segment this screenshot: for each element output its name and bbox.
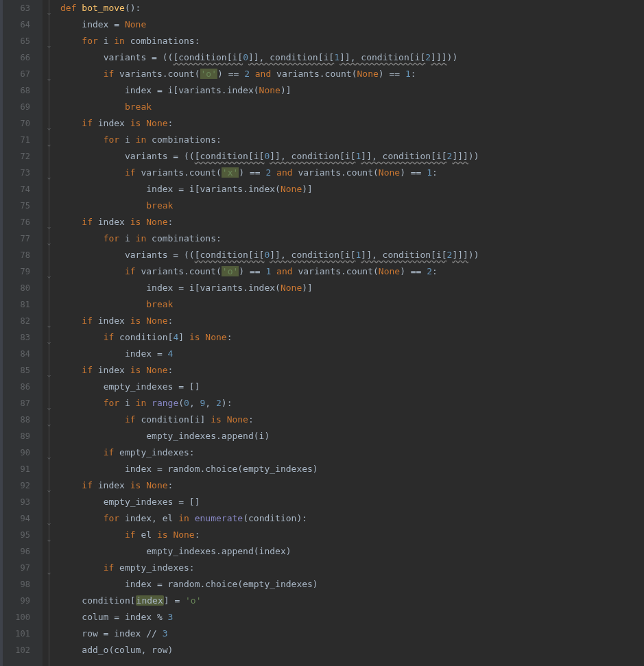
fold-toggle-icon[interactable]: ⌄ — [45, 449, 53, 457]
fold-toggle-icon[interactable]: ⌄ — [45, 169, 53, 178]
code-line[interactable]: if index is None: — [60, 477, 644, 494]
fold-toggle-icon[interactable]: ⌄ — [45, 218, 53, 227]
code-line[interactable]: if variants.count('x') == 2 and variants… — [60, 165, 644, 181]
line-number[interactable]: 101 — [0, 626, 43, 642]
code-line[interactable]: if index is None: — [60, 115, 644, 132]
code-line[interactable]: add_o(colum, row) — [60, 642, 644, 658]
fold-toggle-icon[interactable]: ⌄ — [45, 267, 53, 276]
line-number[interactable]: 96 — [0, 543, 43, 560]
fold-toggle-icon[interactable]: ⌄ — [45, 136, 53, 145]
code-line[interactable]: index = i[variants.index(None)] — [60, 280, 644, 296]
line-number[interactable]: 84 — [0, 346, 43, 362]
fold-toggle-icon[interactable]: ⌄ — [45, 37, 53, 46]
line-number[interactable]: 75 — [0, 198, 43, 214]
fold-toggle-icon[interactable]: ⌄ — [45, 564, 53, 573]
fold-column[interactable]: ⌄⌄⌄⌄⌄⌄⌄⌄⌄⌄⌄⌄⌄⌄⌄⌄⌄⌄⌄ — [43, 0, 58, 666]
line-number[interactable]: 63 — [0, 0, 43, 16]
code-line[interactable]: if index is None: — [60, 313, 644, 329]
line-number[interactable]: 64 — [0, 16, 43, 33]
fold-toggle-icon[interactable]: ⌄ — [45, 366, 53, 375]
fold-toggle-icon[interactable]: ⌄ — [45, 333, 53, 342]
code-area[interactable]: def bot_move(): index = None for i in co… — [58, 0, 644, 666]
line-number-gutter[interactable]: 6364656667686970717273747576777879808182… — [0, 0, 43, 666]
fold-toggle-icon[interactable]: ⌄ — [45, 70, 53, 79]
line-number[interactable]: 81 — [0, 296, 43, 313]
line-number[interactable]: 94 — [0, 510, 43, 527]
line-number[interactable]: 95 — [0, 527, 43, 543]
code-line[interactable]: variants = (([condition[i[0]], condition… — [60, 148, 644, 165]
line-number[interactable]: 74 — [0, 181, 43, 198]
line-number[interactable]: 86 — [0, 379, 43, 395]
code-line[interactable]: row = index // 3 — [60, 626, 644, 642]
code-line[interactable]: if variants.count('o') == 2 and variants… — [60, 66, 644, 82]
line-number[interactable]: 100 — [0, 609, 43, 626]
line-number[interactable]: 76 — [0, 214, 43, 230]
fold-toggle-icon[interactable]: ⌄ — [45, 416, 53, 425]
code-line[interactable]: index = i[variants.index(None)] — [60, 82, 644, 99]
code-line[interactable]: index = None — [60, 16, 644, 33]
code-line[interactable]: if el is None: — [60, 527, 644, 543]
code-line[interactable]: def bot_move(): — [60, 0, 644, 16]
line-number[interactable]: 67 — [0, 66, 43, 82]
line-number[interactable]: 65 — [0, 33, 43, 49]
fold-toggle-icon[interactable]: ⌄ — [45, 514, 53, 523]
code-line[interactable]: index = 4 — [60, 346, 644, 362]
code-line[interactable]: if variants.count('o') == 1 and variants… — [60, 263, 644, 280]
code-line[interactable]: if empty_indexes: — [60, 444, 644, 461]
code-line[interactable]: empty_indexes = [] — [60, 379, 644, 395]
line-number[interactable]: 78 — [0, 247, 43, 263]
code-line[interactable]: for i in combinations: — [60, 33, 644, 49]
fold-toggle-icon[interactable]: ⌄ — [45, 481, 53, 490]
code-line[interactable]: index = random.choice(empty_indexes) — [60, 461, 644, 477]
code-line[interactable]: for i in combinations: — [60, 230, 644, 247]
line-number[interactable]: 79 — [0, 263, 43, 280]
code-line[interactable]: for i in combinations: — [60, 132, 644, 148]
line-number[interactable]: 77 — [0, 230, 43, 247]
line-number[interactable]: 97 — [0, 560, 43, 576]
line-number[interactable]: 69 — [0, 99, 43, 115]
fold-toggle-icon[interactable]: ⌄ — [45, 317, 53, 326]
line-number[interactable]: 82 — [0, 313, 43, 329]
line-number[interactable]: 66 — [0, 49, 43, 66]
code-line[interactable]: variants = (([condition[i[0]], condition… — [60, 49, 644, 66]
line-number[interactable]: 91 — [0, 461, 43, 477]
code-line[interactable]: break — [60, 99, 644, 115]
code-line[interactable]: break — [60, 296, 644, 313]
line-number[interactable]: 90 — [0, 444, 43, 461]
line-number[interactable]: 83 — [0, 329, 43, 346]
line-number[interactable]: 71 — [0, 132, 43, 148]
line-number[interactable]: 85 — [0, 362, 43, 379]
line-number[interactable]: 73 — [0, 165, 43, 181]
line-number[interactable]: 93 — [0, 494, 43, 510]
code-line[interactable]: break — [60, 198, 644, 214]
code-line[interactable]: for i in range(0, 9, 2): — [60, 395, 644, 412]
line-number[interactable]: 89 — [0, 428, 43, 444]
line-number[interactable]: 99 — [0, 593, 43, 609]
line-number[interactable]: 102 — [0, 642, 43, 658]
line-number[interactable]: 87 — [0, 395, 43, 412]
code-line[interactable]: if index is None: — [60, 214, 644, 230]
code-line[interactable]: index = i[variants.index(None)] — [60, 181, 644, 198]
fold-toggle-icon[interactable]: ⌄ — [45, 4, 53, 13]
code-line[interactable]: for index, el in enumerate(condition): — [60, 510, 644, 527]
code-line[interactable]: colum = index % 3 — [60, 609, 644, 626]
line-number[interactable]: 98 — [0, 576, 43, 593]
code-line[interactable]: index = random.choice(empty_indexes) — [60, 576, 644, 593]
code-line[interactable]: empty_indexes.append(index) — [60, 543, 644, 560]
code-line[interactable]: if empty_indexes: — [60, 560, 644, 576]
line-number[interactable]: 80 — [0, 280, 43, 296]
code-line[interactable]: empty_indexes.append(i) — [60, 428, 644, 444]
line-number[interactable]: 70 — [0, 115, 43, 132]
code-line[interactable]: condition[index] = 'o' — [60, 593, 644, 609]
line-number[interactable]: 88 — [0, 412, 43, 428]
fold-toggle-icon[interactable]: ⌄ — [45, 235, 53, 243]
code-line[interactable]: if condition[i] is None: — [60, 412, 644, 428]
line-number[interactable]: 68 — [0, 82, 43, 99]
fold-toggle-icon[interactable]: ⌄ — [45, 399, 53, 408]
code-line[interactable]: if index is None: — [60, 362, 644, 379]
code-line[interactable]: if condition[4] is None: — [60, 329, 644, 346]
code-editor[interactable]: 6364656667686970717273747576777879808182… — [0, 0, 644, 666]
line-number[interactable]: 92 — [0, 477, 43, 494]
fold-toggle-icon[interactable]: ⌄ — [45, 531, 53, 540]
code-line[interactable]: variants = (([condition[i[0]], condition… — [60, 247, 644, 263]
